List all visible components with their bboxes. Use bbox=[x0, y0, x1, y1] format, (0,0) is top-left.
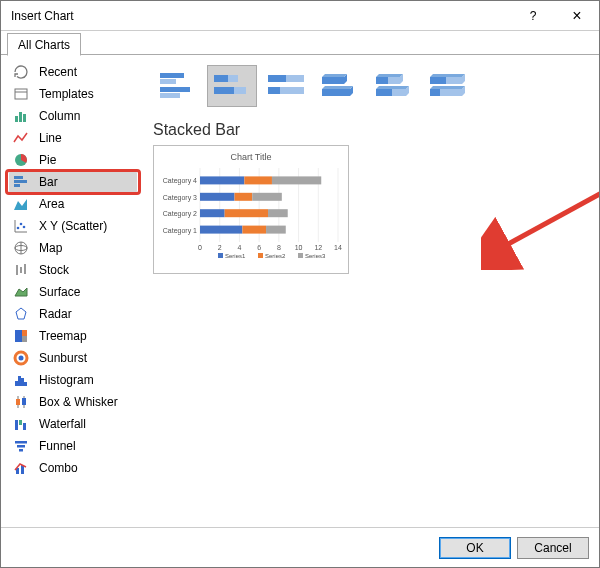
svg-marker-59 bbox=[322, 86, 353, 89]
radar-icon bbox=[13, 306, 29, 322]
sidebar-item-combo[interactable]: Combo bbox=[9, 457, 137, 479]
svg-marker-69 bbox=[430, 89, 440, 96]
svg-rect-101 bbox=[242, 226, 266, 234]
subtype-stacked-bar[interactable] bbox=[207, 65, 257, 107]
svg-rect-29 bbox=[18, 376, 21, 386]
svg-text:0: 0 bbox=[198, 244, 202, 251]
sidebar-item-label: Area bbox=[39, 197, 137, 211]
sidebar-item-radar[interactable]: Radar bbox=[9, 303, 137, 325]
svg-point-13 bbox=[20, 223, 23, 226]
svg-rect-108 bbox=[298, 253, 303, 258]
svg-text:2: 2 bbox=[218, 244, 222, 251]
close-button[interactable]: × bbox=[555, 1, 599, 31]
pie-icon bbox=[13, 152, 29, 168]
button-label: Cancel bbox=[534, 541, 571, 555]
subtype-3d-stacked-bar[interactable] bbox=[369, 65, 419, 107]
svg-rect-31 bbox=[24, 382, 27, 386]
svg-rect-52 bbox=[268, 75, 286, 82]
ok-button[interactable]: OK bbox=[439, 537, 511, 559]
svg-text:Category 1: Category 1 bbox=[163, 227, 197, 235]
cancel-button[interactable]: Cancel bbox=[517, 537, 589, 559]
sidebar-item-line[interactable]: Line bbox=[9, 127, 137, 149]
subtype-3d-100-stacked-bar[interactable] bbox=[423, 65, 473, 107]
tabstrip: All Charts bbox=[1, 31, 599, 55]
sidebar-item-area[interactable]: Area bbox=[9, 193, 137, 215]
svg-rect-24 bbox=[22, 330, 27, 336]
svg-rect-40 bbox=[17, 445, 25, 448]
svg-rect-93 bbox=[235, 193, 253, 201]
sidebar-item-map[interactable]: Map bbox=[9, 237, 137, 259]
sidebar-item-sunburst[interactable]: Sunburst bbox=[9, 347, 137, 369]
svg-text:Series1: Series1 bbox=[225, 253, 246, 259]
sidebar-item-templates[interactable]: Templates bbox=[9, 83, 137, 105]
clustered-bar-icon bbox=[156, 69, 200, 103]
svg-rect-102 bbox=[266, 226, 286, 234]
sidebar-item-label: Pie bbox=[39, 153, 137, 167]
sidebar-item-label: X Y (Scatter) bbox=[39, 219, 137, 233]
svg-marker-9 bbox=[14, 199, 27, 210]
svg-text:Series2: Series2 bbox=[265, 253, 286, 259]
sidebar-item-label: Histogram bbox=[39, 373, 137, 387]
svg-rect-53 bbox=[286, 75, 304, 82]
stock-icon bbox=[13, 262, 29, 278]
svg-marker-57 bbox=[322, 74, 347, 77]
svg-text:Series3: Series3 bbox=[305, 253, 326, 259]
sidebar-item-bar[interactable]: Bar bbox=[9, 171, 137, 193]
svg-rect-37 bbox=[19, 420, 22, 425]
sidebar-item-boxwhisker[interactable]: Box & Whisker bbox=[9, 391, 137, 413]
sidebar-item-label: Funnel bbox=[39, 439, 137, 453]
scatter-icon bbox=[13, 218, 29, 234]
svg-text:12: 12 bbox=[314, 244, 322, 251]
svg-text:8: 8 bbox=[277, 244, 281, 251]
sidebar-item-label: Box & Whisker bbox=[39, 395, 137, 409]
sidebar-item-funnel[interactable]: Funnel bbox=[9, 435, 137, 457]
sidebar-item-column[interactable]: Column bbox=[9, 105, 137, 127]
bar-icon bbox=[13, 174, 29, 190]
svg-marker-66 bbox=[430, 77, 446, 84]
svg-text:Category 2: Category 2 bbox=[163, 210, 197, 218]
svg-rect-104 bbox=[218, 253, 223, 258]
svg-line-111 bbox=[501, 144, 599, 248]
svg-rect-38 bbox=[23, 423, 26, 430]
sidebar-item-surface[interactable]: Surface bbox=[9, 281, 137, 303]
tab-label: All Charts bbox=[18, 38, 70, 52]
svg-rect-44 bbox=[160, 73, 184, 78]
sidebar-item-stock[interactable]: Stock bbox=[9, 259, 137, 281]
close-icon: × bbox=[572, 7, 581, 25]
chart-subtype-row bbox=[153, 65, 587, 107]
funnel-icon bbox=[13, 438, 29, 454]
sidebar-item-scatter[interactable]: X Y (Scatter) bbox=[9, 215, 137, 237]
waterfall-icon bbox=[13, 416, 29, 432]
svg-rect-97 bbox=[225, 209, 268, 217]
subtype-3d-clustered-bar[interactable] bbox=[315, 65, 365, 107]
sidebar-item-label: Sunburst bbox=[39, 351, 137, 365]
svg-rect-30 bbox=[21, 378, 24, 386]
sidebar-item-pie[interactable]: Pie bbox=[9, 149, 137, 171]
svg-rect-7 bbox=[14, 180, 27, 183]
help-icon: ? bbox=[530, 9, 537, 23]
button-label: OK bbox=[466, 541, 483, 555]
svg-rect-6 bbox=[14, 176, 23, 179]
subtype-clustered-bar[interactable] bbox=[153, 65, 203, 107]
svg-rect-98 bbox=[268, 209, 288, 217]
svg-rect-89 bbox=[244, 176, 272, 184]
dialog-footer: OK Cancel bbox=[1, 527, 599, 567]
subtype-100-stacked-bar[interactable] bbox=[261, 65, 311, 107]
sidebar-item-waterfall[interactable]: Waterfall bbox=[9, 413, 137, 435]
sidebar-item-treemap[interactable]: Treemap bbox=[9, 325, 137, 347]
preview-plot: 02468101214Category 4Category 3Category … bbox=[162, 166, 342, 262]
svg-rect-0 bbox=[15, 89, 27, 99]
svg-point-14 bbox=[23, 226, 26, 229]
svg-rect-4 bbox=[23, 114, 26, 122]
sidebar-item-label: Map bbox=[39, 241, 137, 255]
help-button[interactable]: ? bbox=[511, 1, 555, 31]
sidebar-item-label: Recent bbox=[39, 65, 137, 79]
chart-preview[interactable]: Chart Title 02468101214Category 4Categor… bbox=[153, 145, 349, 274]
sidebar-item-histogram[interactable]: Histogram bbox=[9, 369, 137, 391]
sidebar-item-label: Waterfall bbox=[39, 417, 137, 431]
chart-title: Stacked Bar bbox=[153, 121, 587, 139]
svg-rect-28 bbox=[15, 381, 18, 386]
sidebar-item-recent[interactable]: Recent bbox=[9, 61, 137, 83]
tab-all-charts[interactable]: All Charts bbox=[7, 33, 81, 56]
3d-stacked-bar-icon bbox=[372, 69, 416, 103]
